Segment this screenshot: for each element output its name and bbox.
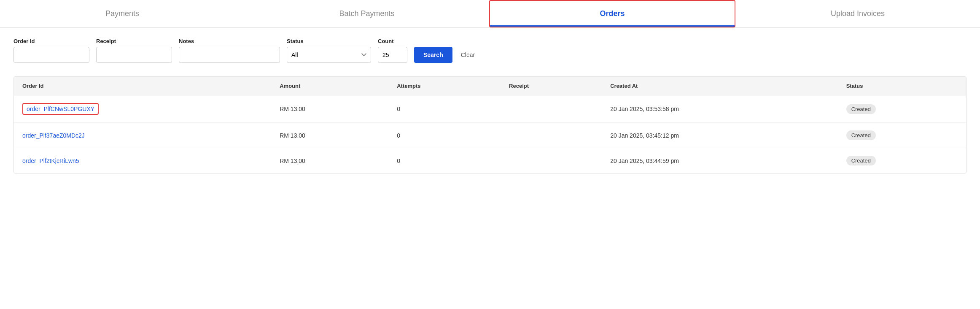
cell-amount: RM 13.00 (271, 123, 388, 148)
col-header-order-id: Order Id (14, 77, 271, 95)
table-row: order_PlfCNwSL0PGUXYRM 13.00020 Jan 2025… (14, 95, 966, 123)
status-select[interactable]: All Created Completed Failed Pending (287, 47, 371, 63)
receipt-input[interactable] (96, 47, 172, 63)
tab-payments[interactable]: Payments (0, 0, 245, 27)
clear-button[interactable]: Clear (456, 47, 480, 63)
order-id-filter-group: Order Id (13, 38, 89, 63)
cell-order-id: order_Plf37aeZ0MDc2J (14, 123, 271, 148)
cell-receipt (501, 123, 602, 148)
order-id-link[interactable]: order_PlfCNwSL0PGUXY (22, 103, 99, 115)
cell-order-id: order_Plf2tKjcRiLwn5 (14, 148, 271, 173)
tab-navigation: Payments Batch Payments Orders Upload In… (0, 0, 980, 28)
count-input[interactable] (378, 47, 407, 63)
cell-order-id: order_PlfCNwSL0PGUXY (14, 95, 271, 123)
tab-upload-invoices[interactable]: Upload Invoices (735, 0, 980, 27)
status-badge: Created (846, 130, 876, 140)
cell-created-at: 20 Jan 2025, 03:53:58 pm (602, 95, 837, 123)
count-filter-group: Count (378, 38, 407, 63)
notes-filter-group: Notes (179, 38, 280, 63)
tab-batch-payments[interactable]: Batch Payments (245, 0, 489, 27)
cell-receipt (501, 95, 602, 123)
receipt-label: Receipt (96, 38, 172, 44)
status-badge: Created (846, 156, 876, 165)
status-badge: Created (846, 104, 876, 114)
cell-amount: RM 13.00 (271, 148, 388, 173)
status-label: Status (287, 38, 371, 44)
cell-status: Created (838, 148, 966, 173)
order-id-link[interactable]: order_Plf2tKjcRiLwn5 (22, 157, 79, 164)
cell-created-at: 20 Jan 2025, 03:45:12 pm (602, 123, 837, 148)
col-header-attempts: Attempts (388, 77, 501, 95)
cell-attempts: 0 (388, 95, 501, 123)
orders-table: Order Id Amount Attempts Receipt Created… (14, 77, 966, 173)
count-label: Count (378, 38, 407, 44)
col-header-amount: Amount (271, 77, 388, 95)
table-row: order_Plf2tKjcRiLwn5RM 13.00020 Jan 2025… (14, 148, 966, 173)
cell-status: Created (838, 123, 966, 148)
tab-orders[interactable]: Orders (489, 0, 735, 27)
col-header-created-at: Created At (602, 77, 837, 95)
notes-input[interactable] (179, 47, 280, 63)
cell-attempts: 0 (388, 123, 501, 148)
filter-section: Order Id Receipt Notes Status All Create… (0, 28, 980, 70)
order-id-input[interactable] (13, 47, 89, 63)
cell-receipt (501, 148, 602, 173)
table-row: order_Plf37aeZ0MDc2JRM 13.00020 Jan 2025… (14, 123, 966, 148)
cell-status: Created (838, 95, 966, 123)
table-header-row: Order Id Amount Attempts Receipt Created… (14, 77, 966, 95)
notes-label: Notes (179, 38, 280, 44)
order-id-link[interactable]: order_Plf37aeZ0MDc2J (22, 132, 85, 139)
cell-attempts: 0 (388, 148, 501, 173)
receipt-filter-group: Receipt (96, 38, 172, 63)
filter-actions: Search Clear (414, 47, 480, 63)
cell-created-at: 20 Jan 2025, 03:44:59 pm (602, 148, 837, 173)
cell-amount: RM 13.00 (271, 95, 388, 123)
col-header-status: Status (838, 77, 966, 95)
search-button[interactable]: Search (414, 47, 452, 63)
status-filter-group: Status All Created Completed Failed Pend… (287, 38, 371, 63)
col-header-receipt: Receipt (501, 77, 602, 95)
orders-table-container: Order Id Amount Attempts Receipt Created… (13, 76, 967, 173)
order-id-label: Order Id (13, 38, 89, 44)
